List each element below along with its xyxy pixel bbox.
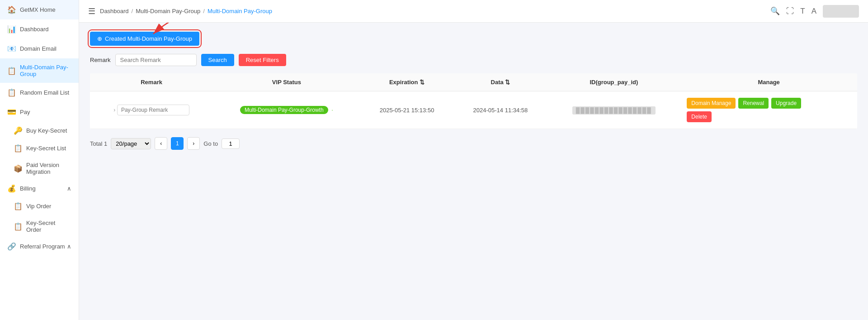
goto-label: Go to <box>203 140 218 147</box>
renewal-button[interactable]: Renewal <box>738 98 769 109</box>
search-button[interactable]: Search <box>201 54 234 66</box>
col-vip-status: VIP Status <box>213 73 360 91</box>
create-multi-domain-pay-group-button[interactable]: ⊕ Created Multi-Domain Pay-Group <box>90 32 199 46</box>
accessibility-icon[interactable]: A <box>811 7 816 16</box>
chevron-down-icon: ∧ <box>67 185 71 192</box>
cell-data: 2024-05-14 11:34:58 <box>453 91 547 129</box>
col-id: ID(group_pay_id) <box>547 73 680 91</box>
sidebar-item-pay[interactable]: 💳 Pay <box>0 102 79 122</box>
remark-input[interactable] <box>117 105 189 115</box>
topbar-right: 🔍 ⛶ T A <box>770 5 859 18</box>
col-data: Data ⇅ <box>453 73 547 91</box>
home-icon: 🏠 <box>7 5 15 14</box>
sidebar-item-label: Random Email List <box>20 89 69 96</box>
breadcrumb-multi-domain[interactable]: Multi-Domain Pay-Group <box>136 8 200 14</box>
migrate-icon: 📦 <box>14 164 22 173</box>
cell-id: ████████████████ <box>547 91 680 129</box>
breadcrumb-sep1: / <box>132 8 133 14</box>
breadcrumb: Dashboard / Multi-Domain Pay-Group / Mul… <box>100 8 272 14</box>
referral-label: Referral Program <box>20 243 65 250</box>
vip-order-icon: 📋 <box>14 202 22 210</box>
sidebar-item-label: Vip Order <box>26 203 51 210</box>
remark-search-input[interactable] <box>115 54 197 66</box>
reset-filters-button[interactable]: Reset Filters <box>239 54 286 66</box>
manage-buttons: Domain Manage Renewal Upgrade Delete <box>687 98 851 122</box>
sidebar-item-label: Buy Key-Secret <box>26 127 67 134</box>
cell-remark: › <box>90 91 213 129</box>
font-icon[interactable]: T <box>800 7 805 16</box>
sidebar-item-random-email-list[interactable]: 📋 Random Email List <box>0 83 79 102</box>
sidebar-item-label: Paid Version Migration <box>26 162 71 175</box>
content: ⊕ Created Multi-Domain Pay-Group Remark … <box>79 23 868 320</box>
avatar <box>823 5 859 18</box>
create-icon: ⊕ <box>97 35 102 42</box>
key-secret-order-icon: 📋 <box>14 222 22 231</box>
key-icon: 🔑 <box>14 126 22 135</box>
per-page-select[interactable]: 20/page50/page100/page <box>111 138 151 149</box>
vip-status-badge: Multi-Domain Pay-Group-Growth <box>240 106 328 114</box>
sidebar-item-buy-key-secret[interactable]: 🔑 Buy Key-Secret <box>0 122 79 139</box>
next-page-button[interactable]: › <box>187 137 200 150</box>
sidebar-item-label: Key-Secret List <box>26 145 66 152</box>
col-expiration: Expiration ⇅ <box>360 73 454 91</box>
sidebar-item-label: Pay <box>20 109 30 115</box>
sidebar: 🏠 GetMX Home 📊 Dashboard 📧 Domain Email … <box>0 0 79 320</box>
sidebar-group-billing[interactable]: 💰 Billing ∧ <box>0 180 79 197</box>
group-icon: 📋 <box>7 67 15 75</box>
row-expander[interactable]: › <box>113 107 115 113</box>
main-area: ☰ Dashboard / Multi-Domain Pay-Group / M… <box>79 0 868 320</box>
cell-vip-status: Multi-Domain Pay-Group-Growth · <box>213 91 360 129</box>
breadcrumb-sep2: / <box>203 8 205 14</box>
cell-expiration: 2025-05-21 15:13:50 <box>360 91 454 129</box>
total-label: Total 1 <box>90 140 107 147</box>
breadcrumb-current: Multi-Domain Pay-Group <box>208 8 272 14</box>
fullscreen-icon[interactable]: ⛶ <box>786 7 794 16</box>
delete-button[interactable]: Delete <box>687 111 712 122</box>
sidebar-item-paid-version-migration[interactable]: 📦 Paid Version Migration <box>0 157 79 180</box>
search-icon[interactable]: 🔍 <box>770 6 780 16</box>
list2-icon: 📋 <box>14 144 22 153</box>
pagination: Total 1 20/page50/page100/page ‹ 1 › Go … <box>90 137 857 150</box>
sidebar-group-referral-program[interactable]: 🔗 Referral Program ∧ <box>0 238 79 255</box>
billing-icon: 💰 <box>7 184 15 193</box>
sidebar-item-key-secret-list[interactable]: 📋 Key-Secret List <box>0 139 79 157</box>
col-remark: Remark <box>90 73 213 91</box>
email-icon: 📧 <box>7 44 15 53</box>
list-icon: 📋 <box>7 88 15 97</box>
sidebar-item-domain-email[interactable]: 📧 Domain Email <box>0 39 79 58</box>
sidebar-item-label: Key-Secret Order <box>26 220 71 233</box>
table-row: › Multi-Domain Pay-Group-Growth · 2025-0… <box>90 91 857 129</box>
sidebar-item-label: Dashboard <box>20 26 49 33</box>
pay-icon: 💳 <box>7 108 15 116</box>
sidebar-item-label: Multi-Domain Pay-Group <box>20 64 71 77</box>
table-wrapper: Remark VIP Status Expiration ⇅ Data ⇅ ID… <box>90 73 857 129</box>
table-header-row: Remark VIP Status Expiration ⇅ Data ⇅ ID… <box>90 73 857 91</box>
goto-input[interactable] <box>222 139 240 149</box>
topbar-left: ☰ Dashboard / Multi-Domain Pay-Group / M… <box>88 6 272 16</box>
sidebar-item-dashboard[interactable]: 📊 Dashboard <box>0 19 79 39</box>
referral-icon: 🔗 <box>7 242 15 251</box>
topbar: ☰ Dashboard / Multi-Domain Pay-Group / M… <box>79 0 868 23</box>
filter-bar: Remark Search Reset Filters <box>90 54 857 66</box>
prev-page-button[interactable]: ‹ <box>155 137 167 150</box>
create-button-label: Created Multi-Domain Pay-Group <box>105 35 192 42</box>
domain-manage-button[interactable]: Domain Manage <box>687 98 736 109</box>
vip-badge-dot: · <box>331 106 333 113</box>
cell-manage: Domain Manage Renewal Upgrade Delete <box>680 91 857 129</box>
chevron-down-icon2: ∧ <box>67 243 71 250</box>
breadcrumb-dashboard[interactable]: Dashboard <box>100 8 129 14</box>
sidebar-item-vip-order[interactable]: 📋 Vip Order <box>0 197 79 215</box>
sidebar-item-getmx-home[interactable]: 🏠 GetMX Home <box>0 0 79 19</box>
page-1-button[interactable]: 1 <box>171 137 184 150</box>
group-pay-id: ████████████████ <box>572 106 656 115</box>
upgrade-button[interactable]: Upgrade <box>771 98 801 109</box>
pay-group-table: Remark VIP Status Expiration ⇅ Data ⇅ ID… <box>90 73 857 129</box>
sidebar-item-label: Domain Email <box>20 45 57 52</box>
create-button-area: ⊕ Created Multi-Domain Pay-Group <box>90 32 857 46</box>
sidebar-item-label: GetMX Home <box>20 6 56 13</box>
menu-icon[interactable]: ☰ <box>88 6 95 16</box>
remark-label: Remark <box>90 57 111 63</box>
dashboard-icon: 📊 <box>7 25 15 33</box>
sidebar-item-key-secret-order[interactable]: 📋 Key-Secret Order <box>0 215 79 238</box>
sidebar-item-multi-domain-pay-group[interactable]: 📋 Multi-Domain Pay-Group <box>0 58 79 83</box>
